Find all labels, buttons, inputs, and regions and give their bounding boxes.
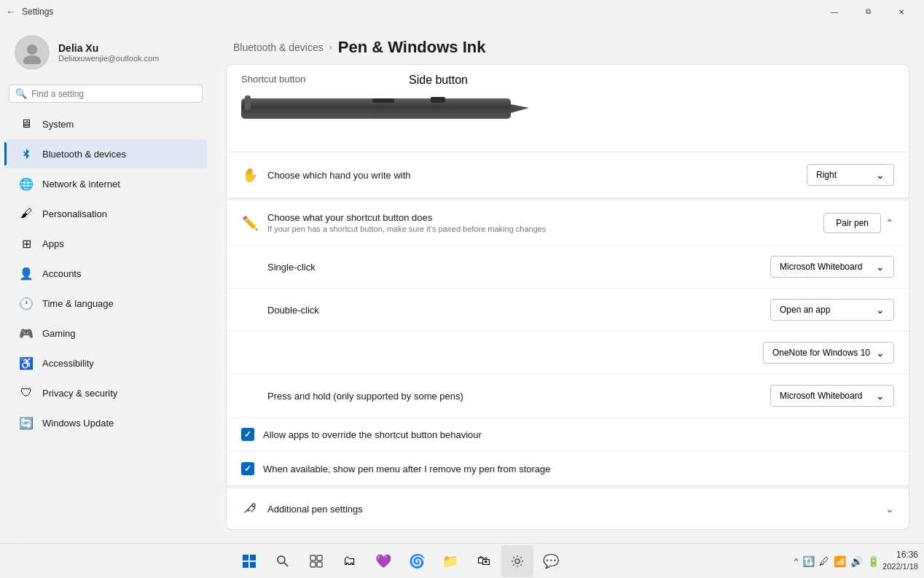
sidebar-item-network[interactable]: 🌐 Network & internet bbox=[4, 169, 207, 198]
file-explorer-button[interactable]: 📁 bbox=[434, 545, 466, 577]
start-button[interactable] bbox=[233, 545, 265, 577]
svg-rect-10 bbox=[243, 562, 248, 568]
hand-text: Choose which hand you write with bbox=[267, 170, 798, 181]
sidebar-item-label-time: Time & language bbox=[42, 298, 114, 309]
press-hold-chevron-down-icon bbox=[876, 390, 885, 402]
accessibility-icon: ♿ bbox=[19, 356, 34, 370]
search-box[interactable]: 🔍 bbox=[9, 85, 203, 103]
show-pen-menu-row: When available, show pen menu after I re… bbox=[227, 452, 909, 485]
svg-rect-6 bbox=[245, 95, 251, 110]
additional-chevron-down-icon bbox=[885, 502, 894, 515]
hand-value: Right bbox=[816, 170, 837, 180]
clock[interactable]: 16:36 2022/1/18 bbox=[882, 549, 918, 572]
single-click-dropdown[interactable]: Microsoft Whiteboard bbox=[770, 256, 894, 278]
edge-button[interactable]: 🌀 bbox=[401, 545, 433, 577]
pen-svg bbox=[241, 94, 547, 123]
svg-marker-3 bbox=[511, 104, 529, 113]
user-info: Delia Xu Deliaxuwenjie@outlook.com bbox=[58, 42, 159, 63]
shortcut-button-label: Shortcut button bbox=[241, 74, 409, 87]
titlebar-controls: — ⧉ ✕ bbox=[818, 0, 918, 23]
content-header: Bluetooth & devices › Pen & Windows Ink bbox=[211, 23, 924, 64]
sidebar-item-apps[interactable]: ⊞ Apps bbox=[4, 229, 207, 258]
sidebar-item-accessibility[interactable]: ♿ Accessibility bbox=[4, 348, 207, 378]
pair-pen-button[interactable]: Pair pen bbox=[823, 213, 881, 233]
sidebar-item-gaming[interactable]: 🎮 Gaming bbox=[4, 319, 207, 348]
sidebar: Delia Xu Deliaxuwenjie@outlook.com 🔍 🖥 S… bbox=[0, 23, 211, 543]
double-click-row: Double-click Open an app bbox=[227, 289, 909, 332]
chevron-up-icon[interactable]: ^ bbox=[794, 557, 798, 566]
allow-override-checkbox[interactable] bbox=[241, 428, 254, 441]
svg-point-7 bbox=[252, 504, 255, 507]
svg-line-13 bbox=[284, 563, 288, 566]
allow-override-row: Allow apps to override the shortcut butt… bbox=[227, 418, 909, 452]
taskbar-center: 🗂 💜 🌀 📁 🛍 💬 bbox=[233, 545, 567, 577]
sidebar-item-label-update: Windows Update bbox=[42, 418, 114, 429]
pen-labels: Shortcut button Side button bbox=[241, 74, 894, 87]
update-icon: 🔄 bbox=[19, 415, 34, 430]
sidebar-item-system[interactable]: 🖥 System bbox=[4, 109, 207, 138]
taskbar: 🗂 💜 🌀 📁 🛍 💬 ^ 🔃 🖊 📶 🔊 🔋 16:36 bbox=[0, 543, 924, 578]
bluetooth-icon bbox=[19, 147, 34, 161]
hand-row: ✋ Choose which hand you write with Right bbox=[227, 152, 909, 198]
sidebar-item-time[interactable]: 🕐 Time & language bbox=[4, 289, 207, 318]
sidebar-item-label-system: System bbox=[42, 119, 74, 130]
task-view-button[interactable] bbox=[300, 545, 332, 577]
sidebar-item-update[interactable]: 🔄 Windows Update bbox=[4, 408, 207, 437]
volume-icon: 🔊 bbox=[850, 555, 863, 567]
svg-rect-14 bbox=[310, 555, 316, 561]
sidebar-item-label-privacy: Privacy & security bbox=[42, 388, 117, 399]
wechat-button[interactable]: 💬 bbox=[535, 545, 567, 577]
hand-icon: ✋ bbox=[241, 166, 259, 184]
sidebar-nav: 🖥 System Bluetooth & devices 🌐 Network &… bbox=[0, 109, 211, 438]
svg-rect-9 bbox=[250, 555, 256, 561]
wifi-icon: 📶 bbox=[834, 555, 846, 567]
sidebar-item-bluetooth[interactable]: Bluetooth & devices bbox=[4, 139, 207, 168]
shortcut-header-row: ✏️ Choose what your shortcut button does… bbox=[227, 200, 909, 246]
svg-point-1 bbox=[23, 55, 41, 64]
svg-rect-11 bbox=[250, 562, 256, 568]
svg-point-18 bbox=[515, 559, 520, 563]
pen-tray-icon: 🖊 bbox=[819, 555, 829, 567]
double-click-dropdown[interactable]: Open an app bbox=[770, 299, 894, 321]
breadcrumb-parent[interactable]: Bluetooth & devices bbox=[233, 42, 324, 53]
show-pen-menu-label: When available, show pen menu after I re… bbox=[263, 464, 551, 474]
hand-dropdown[interactable]: Right bbox=[807, 164, 894, 186]
back-icon[interactable]: ← bbox=[6, 6, 16, 17]
minimize-button[interactable]: — bbox=[818, 0, 851, 23]
double-click-chevron-down-icon bbox=[876, 304, 885, 316]
single-click-value: Microsoft Whiteboard bbox=[780, 262, 862, 272]
single-click-row: Single-click Microsoft Whiteboard bbox=[227, 246, 909, 289]
close-button[interactable]: ✕ bbox=[885, 0, 918, 23]
hand-chevron-down-icon bbox=[876, 169, 885, 181]
sidebar-item-personalisation[interactable]: 🖌 Personalisation bbox=[4, 199, 207, 228]
sidebar-item-label-accounts: Accounts bbox=[42, 268, 81, 279]
single-click-label: Single-click bbox=[267, 262, 770, 273]
svg-point-12 bbox=[278, 556, 285, 563]
press-hold-label: Press and hold (only supported by some p… bbox=[267, 391, 770, 402]
widgets-button[interactable]: 🗂 bbox=[334, 545, 366, 577]
store-button[interactable]: 🛍 bbox=[468, 545, 500, 577]
svg-point-0 bbox=[27, 44, 37, 55]
titlebar-left: ← Settings bbox=[6, 6, 53, 17]
shortcut-control: Pair pen bbox=[823, 213, 894, 233]
sidebar-item-privacy[interactable]: 🛡 Privacy & security bbox=[4, 378, 207, 407]
press-hold-dropdown[interactable]: Microsoft Whiteboard bbox=[770, 385, 894, 407]
shortcut-chevron-up-icon[interactable] bbox=[885, 216, 894, 230]
settings-taskbar-button[interactable] bbox=[501, 545, 533, 577]
search-input[interactable] bbox=[31, 89, 196, 99]
hand-label: Choose which hand you write with bbox=[267, 170, 798, 181]
additional-row[interactable]: Additional pen settings bbox=[227, 488, 909, 529]
taskbar-search-button[interactable] bbox=[267, 545, 299, 577]
titlebar-title: Settings bbox=[22, 7, 53, 17]
svg-rect-16 bbox=[310, 562, 316, 567]
svg-rect-5 bbox=[431, 97, 445, 103]
double-click-label: Double-click bbox=[267, 305, 770, 316]
teams-button[interactable]: 💜 bbox=[367, 545, 399, 577]
sidebar-item-accounts[interactable]: 👤 Accounts bbox=[4, 259, 207, 288]
page-title: Pen & Windows Ink bbox=[338, 38, 486, 57]
restore-button[interactable]: ⧉ bbox=[851, 0, 885, 23]
breadcrumb-separator: › bbox=[329, 42, 332, 52]
shortcut-desc: If your pen has a shortcut button, make … bbox=[267, 224, 815, 233]
double-click-app-dropdown[interactable]: OneNote for Windows 10 bbox=[763, 342, 894, 364]
show-pen-menu-checkbox[interactable] bbox=[241, 462, 254, 475]
